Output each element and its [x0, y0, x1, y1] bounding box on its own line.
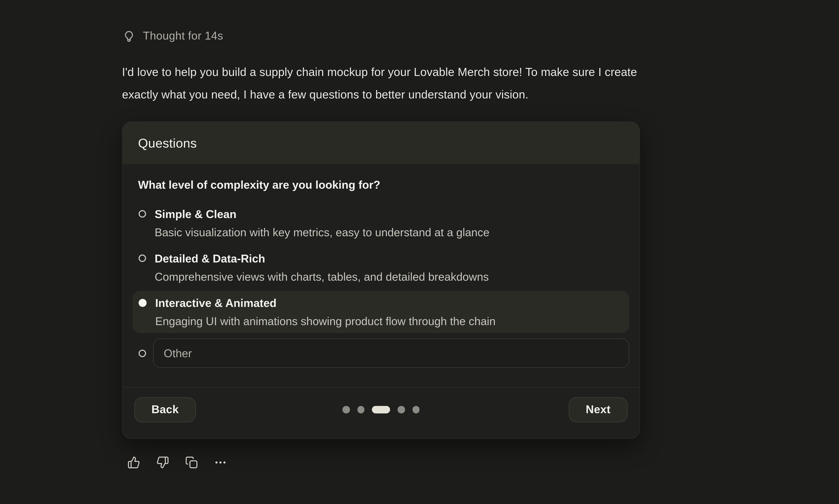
- option-description: Engaging UI with animations showing prod…: [155, 314, 495, 328]
- option-description: Comprehensive views with charts, tables,…: [155, 270, 489, 283]
- copy-button[interactable]: [185, 456, 198, 469]
- option-title: Simple & Clean: [155, 208, 489, 221]
- option-detailed-data-rich[interactable]: Detailed & Data-Rich Comprehensive views…: [133, 247, 629, 289]
- copy-icon: [185, 456, 198, 469]
- pagination-dot: [412, 406, 420, 413]
- option-title: Detailed & Data-Rich: [155, 252, 489, 265]
- pagination-dot: [398, 406, 405, 413]
- back-button[interactable]: Back: [134, 397, 196, 422]
- chat-page: Thought for 14s I'd love to help you bui…: [0, 0, 839, 504]
- option-title: Interactive & Animated: [155, 296, 495, 309]
- thumbs-up-icon: [127, 456, 140, 469]
- thought-summary[interactable]: Thought for 14s: [122, 29, 769, 43]
- pagination-dot: [357, 406, 364, 413]
- radio-icon[interactable]: [139, 210, 146, 217]
- message-actions: [127, 456, 769, 469]
- assistant-message-text: I'd love to help you build a supply chai…: [122, 61, 769, 106]
- assistant-message-block: Thought for 14s I'd love to help you bui…: [122, 0, 769, 469]
- option-other[interactable]: [133, 338, 629, 368]
- option-text: Interactive & Animated Engaging UI with …: [155, 296, 495, 328]
- thought-label: Thought for 14s: [143, 29, 223, 42]
- questions-card-footer: Back Next: [123, 387, 640, 438]
- option-simple-clean[interactable]: Simple & Clean Basic visualization with …: [133, 202, 629, 245]
- option-interactive-animated[interactable]: Interactive & Animated Engaging UI with …: [133, 291, 629, 333]
- more-options-button[interactable]: [214, 456, 227, 469]
- other-option-input[interactable]: [153, 338, 629, 368]
- radio-icon[interactable]: [139, 254, 146, 262]
- pagination-dot-active: [372, 406, 390, 413]
- radio-icon[interactable]: [139, 299, 146, 307]
- questions-card-header: Questions: [123, 122, 640, 164]
- radio-icon[interactable]: [139, 349, 146, 357]
- questions-card-title: Questions: [138, 136, 197, 150]
- thumbs-down-button[interactable]: [156, 456, 169, 469]
- option-text: Detailed & Data-Rich Comprehensive views…: [155, 252, 489, 283]
- question-heading: What level of complexity are you looking…: [138, 178, 629, 192]
- questions-card: Questions What level of complexity are y…: [122, 121, 640, 439]
- lightbulb-icon: [122, 29, 136, 43]
- pagination-dots: [343, 406, 419, 413]
- ellipsis-icon: [214, 456, 227, 469]
- option-text: Simple & Clean Basic visualization with …: [155, 208, 489, 239]
- pagination-dot: [343, 406, 350, 413]
- thumbs-up-button[interactable]: [127, 456, 140, 469]
- options-list: Simple & Clean Basic visualization with …: [133, 202, 629, 368]
- thumbs-down-icon: [156, 456, 169, 469]
- option-description: Basic visualization with key metrics, ea…: [155, 226, 489, 239]
- next-button[interactable]: Next: [569, 397, 628, 422]
- questions-card-body: What level of complexity are you looking…: [123, 164, 640, 387]
